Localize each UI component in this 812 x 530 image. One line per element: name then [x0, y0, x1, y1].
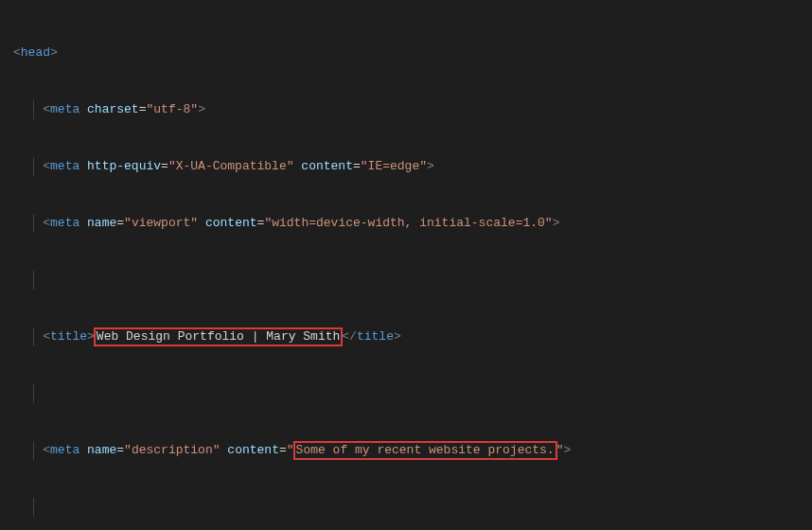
- code-line[interactable]: <title>Web Design Portfolio | Mary Smith…: [0, 327, 812, 346]
- code-editor[interactable]: <head> <meta charset="utf-8"> <meta http…: [0, 0, 812, 530]
- code-line[interactable]: <meta charset="utf-8">: [0, 100, 812, 119]
- highlight-description: Some of my recent website projects.: [293, 441, 557, 460]
- code-line[interactable]: [0, 498, 812, 517]
- code-line[interactable]: <meta name="description" content="Some o…: [0, 441, 812, 460]
- highlight-title: Web Design Portfolio | Mary Smith: [94, 327, 343, 346]
- code-line[interactable]: <head>: [0, 44, 812, 62]
- code-line[interactable]: <meta http-equiv="X-UA-Compatible" conte…: [0, 157, 812, 176]
- code-line[interactable]: [0, 384, 812, 403]
- code-line[interactable]: <meta name="viewport" content="width=dev…: [0, 214, 812, 233]
- code-line[interactable]: [0, 271, 812, 290]
